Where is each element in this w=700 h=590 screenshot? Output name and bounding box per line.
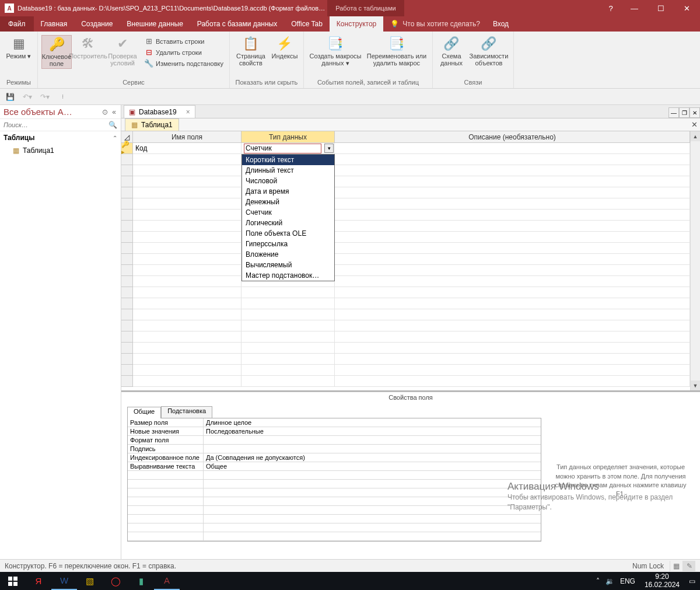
field-name-cell[interactable]	[133, 376, 242, 387]
design-row-blank[interactable]	[121, 221, 700, 232]
description-cell[interactable]	[335, 254, 690, 265]
insert-rows-button[interactable]: ⊞Вставить строки	[142, 36, 226, 46]
nav-item-table1[interactable]: ▦ Таблица1	[0, 144, 121, 157]
description-cell[interactable]	[335, 365, 690, 376]
field-name-cell[interactable]	[133, 165, 242, 176]
description-cell[interactable]	[335, 320, 690, 331]
mdi-minimize[interactable]: —	[668, 107, 679, 118]
save-button[interactable]: 💾	[4, 90, 16, 103]
dropdown-item[interactable]: Гиперссылка	[242, 239, 334, 249]
data-type-cell[interactable]	[242, 354, 335, 365]
taskbar-app-word[interactable]: W	[51, 572, 77, 590]
property-value[interactable]	[204, 436, 541, 444]
nav-search[interactable]: 🔍	[0, 119, 121, 131]
nav-group-tables[interactable]: Таблицы ⌃	[0, 131, 121, 144]
view-datasheet-icon[interactable]: ▦	[670, 561, 682, 571]
design-row-blank[interactable]	[121, 343, 700, 354]
row-selector[interactable]	[121, 320, 133, 331]
description-cell[interactable]	[335, 265, 690, 276]
field-name-cell[interactable]	[133, 176, 242, 187]
taskbar-app-browser[interactable]: ◯	[103, 572, 128, 590]
property-row[interactable]: Выравнивание текстаОбщее	[128, 462, 541, 471]
help-button[interactable]: ?	[600, 0, 621, 16]
dropdown-item[interactable]: Счетчик	[242, 207, 334, 218]
language-indicator[interactable]: ENG	[620, 577, 635, 585]
row-selector[interactable]	[121, 331, 133, 343]
row-selector[interactable]	[121, 198, 133, 210]
nav-search-input[interactable]	[4, 121, 108, 128]
primary-key-button[interactable]: 🔑 Ключевое поле	[41, 35, 72, 69]
data-type-dropdown-button[interactable]: ▾	[324, 144, 334, 153]
design-row-blank[interactable]	[121, 298, 700, 309]
volume-icon[interactable]: 🔉	[606, 577, 614, 585]
design-row-blank[interactable]	[121, 176, 700, 187]
tab-office-tab[interactable]: Office Tab	[284, 16, 330, 32]
field-name-cell[interactable]	[133, 320, 242, 331]
field-name-cell[interactable]	[133, 265, 242, 276]
row-selector[interactable]	[121, 187, 133, 198]
indexes-button[interactable]: ⚡ Индексы	[270, 35, 300, 61]
dropdown-item[interactable]: Числовой	[242, 176, 334, 186]
validation-button[interactable]: ✔ Проверка условий	[104, 35, 141, 68]
header-data-type[interactable]: Тип данных	[242, 131, 335, 143]
design-row-blank[interactable]	[121, 232, 700, 243]
start-button[interactable]	[0, 572, 26, 590]
description-cell[interactable]	[335, 331, 690, 343]
data-type-cell[interactable]	[242, 287, 335, 298]
data-type-cell[interactable]	[242, 376, 335, 387]
description-cell[interactable]	[335, 143, 690, 154]
view-design-icon[interactable]: ✎	[682, 561, 695, 571]
row-selector[interactable]	[121, 254, 133, 265]
row-selector[interactable]	[121, 265, 133, 276]
prop-tab-general[interactable]: Общие	[127, 407, 161, 418]
row-selector[interactable]	[121, 365, 133, 376]
create-data-macros-button[interactable]: 📑 Создать макросы данных ▾	[307, 35, 363, 68]
nav-title[interactable]: Все объекты A…	[4, 107, 72, 117]
minimize-button[interactable]: —	[621, 0, 648, 16]
row-selector[interactable]: 🔑▸	[121, 143, 133, 154]
field-name-cell[interactable]	[133, 298, 242, 309]
field-name-cell[interactable]	[133, 343, 242, 354]
row-selector[interactable]	[121, 210, 133, 221]
property-value[interactable]: Длинное целое	[204, 418, 541, 427]
tab-file[interactable]: Файл	[0, 16, 34, 32]
delete-rows-button[interactable]: ⊟Удалить строки	[142, 47, 226, 57]
field-name-cell[interactable]	[133, 187, 242, 198]
dropdown-item[interactable]: Дата и время	[242, 186, 334, 197]
field-name-cell[interactable]: Код	[133, 143, 242, 154]
taskbar-clock[interactable]: 9:20 16.02.2024	[641, 573, 683, 588]
field-name-cell[interactable]	[133, 365, 242, 376]
undo-button[interactable]: ↶▾	[21, 90, 34, 103]
design-row-blank[interactable]	[121, 276, 700, 287]
field-name-cell[interactable]	[133, 287, 242, 298]
description-cell[interactable]	[335, 376, 690, 387]
description-cell[interactable]	[335, 198, 690, 210]
mdi-restore[interactable]: ❐	[679, 107, 690, 118]
field-name-cell[interactable]	[133, 276, 242, 287]
builder-button[interactable]: 🛠 Построитель	[73, 35, 103, 61]
dropdown-item[interactable]: Логический	[242, 218, 334, 228]
design-row-blank[interactable]	[121, 165, 700, 176]
design-row-blank[interactable]	[121, 187, 700, 198]
design-row-0[interactable]: 🔑▸ Код Счетчик ▾	[121, 143, 700, 154]
row-selector[interactable]	[121, 276, 133, 287]
tell-me[interactable]: 💡 Что вы хотите сделать?	[383, 16, 487, 32]
tab-external-data[interactable]: Внешние данные	[120, 16, 190, 32]
row-selector[interactable]	[121, 243, 133, 254]
dropdown-item[interactable]: Короткий текст	[242, 155, 334, 165]
property-row[interactable]: Размер поляДлинное целое	[128, 418, 541, 427]
data-type-cell[interactable]	[242, 343, 335, 354]
design-row-blank[interactable]	[121, 376, 700, 387]
field-name-cell[interactable]	[133, 309, 242, 320]
data-type-cell[interactable]: Счетчик ▾	[242, 143, 335, 154]
field-name-cell[interactable]	[133, 154, 242, 165]
dropdown-item[interactable]: Поле объекта OLE	[242, 228, 334, 239]
field-name-cell[interactable]	[133, 210, 242, 221]
property-row[interactable]: Подпись	[128, 445, 541, 453]
description-cell[interactable]	[335, 165, 690, 176]
search-icon[interactable]: 🔍	[108, 121, 117, 129]
taskbar-app-stickynotes[interactable]: ▧	[77, 572, 103, 590]
description-cell[interactable]	[335, 298, 690, 309]
scroll-up-icon[interactable]: ▲	[691, 131, 700, 141]
design-row-blank[interactable]	[121, 365, 700, 376]
